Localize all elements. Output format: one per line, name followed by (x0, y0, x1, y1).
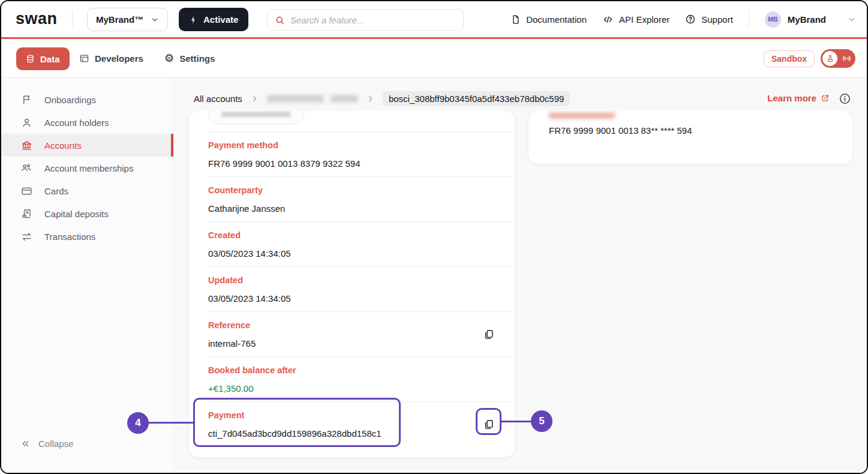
lightning-bolt-icon (189, 15, 198, 25)
search-input[interactable] (290, 15, 456, 25)
sidebar-item-onboardings[interactable]: Onboardings (1, 88, 173, 111)
breadcrumb-redacted-item[interactable] (267, 95, 358, 103)
sidebar-item-cards[interactable]: Cards (1, 179, 173, 202)
learn-more-link[interactable]: Learn more (767, 93, 830, 103)
top-header: swan MyBrand™ Activate D (1, 1, 867, 37)
annotation-line-5 (501, 421, 531, 422)
field-payment-method: Payment method FR76 9999 9001 0013 8379 … (208, 132, 495, 176)
search-icon (275, 15, 285, 25)
avatar: MB (765, 11, 781, 28)
document-icon (510, 14, 521, 25)
user-menu[interactable]: MB MyBrand (765, 11, 856, 28)
people-icon (20, 162, 32, 174)
feature-search[interactable] (267, 9, 464, 31)
sidebar-item-label: Account memberships (44, 163, 133, 173)
activate-button[interactable]: Activate (179, 8, 248, 31)
double-chevron-left-icon (20, 439, 31, 449)
annotation-callout-4: 4 (127, 412, 149, 434)
breadcrumb: All accounts bosci_308bff9b0345f0a5df433… (194, 91, 570, 106)
tab-data-label: Data (40, 54, 60, 64)
field-value: 03/05/2023 14:34:05 (208, 293, 495, 304)
field-updated: Updated 03/05/2023 14:34:05 (208, 267, 495, 311)
transaction-type-chip-redacted (208, 111, 304, 124)
info-icon[interactable] (839, 92, 851, 105)
field-value: Catharijne Janssen (208, 203, 495, 214)
external-link-icon (821, 94, 830, 103)
field-label: Counterparty (208, 185, 495, 196)
field-booked-balance-after: Booked balance after +€1,350.00 (208, 357, 495, 401)
field-label: Created (208, 230, 495, 241)
field-label: Booked balance after (208, 365, 495, 376)
field-value: FR76 9999 9001 0013 8379 9322 594 (208, 158, 495, 169)
field-counterparty: Counterparty Catharijne Janssen (208, 177, 495, 221)
tab-data[interactable]: Data (16, 47, 70, 70)
help-icon (685, 14, 696, 25)
terminal-icon (79, 53, 89, 64)
annotation-line-4 (148, 422, 193, 424)
field-label: Updated (208, 275, 495, 286)
gear-icon: ⚙ (164, 53, 174, 64)
support-link[interactable]: Support (685, 14, 733, 25)
flask-icon (826, 55, 834, 63)
field-label: Payment method (208, 140, 495, 151)
tab-developers-label: Developers (95, 53, 143, 64)
field-label: Reference (208, 320, 495, 331)
header-right-group: Documentation API Explorer Support MB My… (510, 1, 856, 37)
redacted-text (221, 112, 291, 117)
brand-selector[interactable]: MyBrand™ (87, 8, 168, 31)
field-reference: Reference internal-765 (208, 312, 495, 356)
deposit-icon (20, 208, 32, 220)
collapse-label: Collapse (38, 439, 73, 449)
environment-toggle[interactable] (821, 49, 855, 68)
chevron-right-icon (251, 95, 259, 103)
transfer-icon (20, 231, 32, 242)
chevron-down-icon (847, 15, 856, 24)
swan-logo: swan (16, 10, 58, 28)
sidebar: Onboardings Account holders Accounts Acc… (1, 78, 174, 473)
tab-settings[interactable]: ⚙ Settings (164, 39, 215, 77)
code-icon (602, 14, 614, 25)
bank-icon (20, 140, 32, 151)
sandbox-badge: Sandbox (764, 50, 815, 67)
card-icon (20, 185, 32, 197)
annotation-box-copy-button (476, 408, 501, 435)
learn-more-label: Learn more (767, 93, 816, 103)
field-value: 03/05/2023 14:34:05 (208, 248, 495, 259)
masked-iban-value: FR76 9999 9001 0013 83** **** 594 (549, 125, 832, 136)
sidebar-item-transactions[interactable]: Transactions (1, 225, 173, 248)
sidebar-item-label: Account holders (44, 118, 109, 128)
breadcrumb-current-account-id: bosci_308bff9b0345f0a5df433eb78db0c599 (383, 91, 570, 106)
section-tabbar: Data Developers ⚙ Settings Sandbox (1, 39, 867, 78)
api-explorer-label: API Explorer (619, 14, 669, 25)
toggle-knob (822, 51, 837, 66)
field-created: Created 03/05/2023 14:34:05 (208, 222, 495, 266)
redacted-field-label (549, 112, 615, 119)
sidebar-item-label: Capital deposits (44, 209, 109, 219)
sidebar-item-label: Accounts (44, 140, 82, 151)
creditor-iban-card: FR76 9999 9001 0013 83** **** 594 (528, 111, 852, 164)
tab-developers[interactable]: Developers (79, 39, 143, 77)
person-icon (20, 117, 32, 128)
annotation-callout-5: 5 (531, 410, 552, 432)
documentation-label: Documentation (526, 14, 587, 25)
user-name: MyBrand (788, 14, 826, 25)
sidebar-item-account-memberships[interactable]: Account memberships (1, 157, 173, 179)
sidebar-item-account-holders[interactable]: Account holders (1, 111, 173, 134)
api-explorer-link[interactable]: API Explorer (602, 14, 669, 25)
annotation-box-payment-field (193, 398, 401, 447)
live-signal-icon (842, 53, 852, 64)
chevron-right-icon (367, 95, 374, 103)
copy-reference-button[interactable] (482, 327, 495, 342)
sidebar-collapse-button[interactable]: Collapse (20, 439, 73, 449)
activate-label: Activate (203, 14, 238, 25)
sidebar-item-accounts[interactable]: Accounts (1, 134, 173, 157)
brand-selector-label: MyBrand™ (96, 14, 143, 25)
sidebar-item-capital-deposits[interactable]: Capital deposits (1, 202, 173, 225)
database-icon (26, 54, 35, 64)
breadcrumb-all-accounts[interactable]: All accounts (194, 94, 242, 104)
sidebar-item-label: Transactions (44, 232, 95, 242)
documentation-link[interactable]: Documentation (510, 14, 587, 25)
sidebar-item-label: Onboardings (44, 95, 96, 105)
app-window: swan MyBrand™ Activate D (0, 0, 868, 474)
flag-icon (20, 94, 32, 106)
